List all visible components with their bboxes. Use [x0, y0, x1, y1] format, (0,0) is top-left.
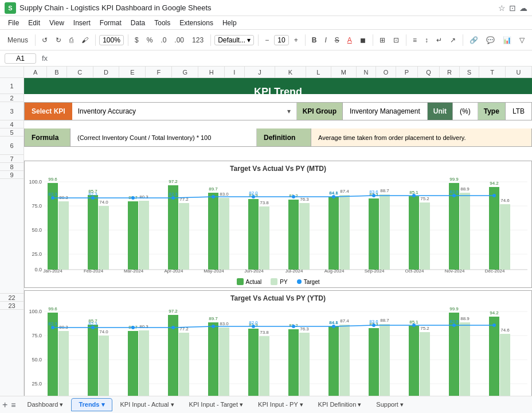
- valign-button[interactable]: ↕: [422, 35, 431, 45]
- wrap-button[interactable]: ↵: [433, 35, 445, 45]
- select-kpi-value[interactable]: Inventory Accuracy ▾: [72, 103, 297, 120]
- col-j[interactable]: J: [245, 67, 276, 77]
- merge-button[interactable]: ⊡: [390, 35, 402, 45]
- col-q[interactable]: Q: [418, 67, 440, 77]
- formula-definition-row: Formula (Correct Inventory Count / Total…: [24, 128, 532, 147]
- svg-text:89.7: 89.7: [209, 316, 218, 321]
- row-7[interactable]: 7: [0, 155, 24, 163]
- sheet-menu-button[interactable]: ≡: [11, 400, 15, 410]
- filter-button[interactable]: ▽: [517, 35, 527, 45]
- rotate-button[interactable]: ↗: [447, 35, 459, 45]
- col-f[interactable]: F: [146, 67, 172, 77]
- svg-text:74.0: 74.0: [99, 329, 108, 334]
- menu-edit[interactable]: Edit: [25, 18, 44, 28]
- add-sheet-button[interactable]: +: [2, 400, 7, 410]
- svg-text:80.3: 80.3: [139, 194, 148, 200]
- col-e[interactable]: E: [119, 67, 146, 77]
- tab-kpi-input-actual[interactable]: KPI Input - Actual ▾: [114, 399, 181, 411]
- font-name-dropdown[interactable]: Default...▾: [214, 35, 254, 45]
- menu-tools[interactable]: Tools: [151, 18, 174, 28]
- col-h[interactable]: H: [198, 67, 225, 77]
- percent-button[interactable]: %: [144, 35, 156, 45]
- undo-button[interactable]: ↺: [39, 35, 50, 45]
- dollar-button[interactable]: $: [132, 35, 142, 45]
- row-4[interactable]: 4: [0, 120, 24, 128]
- col-p[interactable]: P: [396, 67, 418, 77]
- col-o[interactable]: O: [376, 67, 396, 77]
- inc-decimals-button[interactable]: .00: [171, 35, 187, 45]
- menu-help[interactable]: Help: [219, 18, 240, 28]
- tab-kpi-input-target[interactable]: KPI Input - Target ▾: [182, 399, 250, 411]
- svg-text:82.9: 82.9: [449, 319, 459, 324]
- col-s[interactable]: S: [460, 67, 479, 77]
- bold-button[interactable]: B: [309, 35, 320, 45]
- col-g[interactable]: G: [172, 67, 198, 77]
- col-l[interactable]: L: [306, 67, 331, 77]
- font-size-box[interactable]: 10: [274, 35, 288, 45]
- row-1[interactable]: 1: [0, 78, 24, 94]
- zoom-box[interactable]: 100%: [99, 35, 124, 45]
- fx-icon: fx: [42, 54, 48, 63]
- row-22[interactable]: 22: [0, 294, 24, 302]
- tab-kpi-definition[interactable]: KPI Definition ▾: [311, 399, 369, 411]
- menu-file[interactable]: File: [5, 18, 22, 28]
- paint-format-button[interactable]: 🖌: [79, 35, 91, 45]
- dec-decimals-button[interactable]: .0: [158, 35, 169, 45]
- menu-data[interactable]: Data: [127, 18, 148, 28]
- link-button[interactable]: 🔗: [467, 35, 481, 45]
- row-9[interactable]: 9: [0, 171, 24, 179]
- row-5[interactable]: 5: [0, 128, 24, 137]
- folder-icon[interactable]: ⊡: [509, 3, 516, 13]
- svg-text:99.9: 99.9: [449, 177, 459, 182]
- col-n[interactable]: N: [357, 67, 376, 77]
- fill-color-button[interactable]: ◼: [357, 35, 369, 45]
- cell-ref-box[interactable]: A1: [5, 53, 36, 64]
- col-i[interactable]: I: [225, 67, 244, 77]
- format-123-button[interactable]: 123: [189, 35, 206, 45]
- col-m[interactable]: M: [331, 67, 357, 77]
- row-2[interactable]: 2: [0, 94, 24, 102]
- menu-view[interactable]: View: [46, 18, 68, 28]
- chart-button[interactable]: 📊: [500, 35, 514, 45]
- strikethrough-button[interactable]: S: [332, 35, 342, 45]
- kpi-group-value: Inventory Management: [343, 103, 428, 120]
- svg-rect-40: [288, 200, 299, 270]
- italic-button[interactable]: I: [322, 35, 329, 45]
- borders-button[interactable]: ⊞: [377, 35, 388, 45]
- app-icon: S: [5, 2, 16, 14]
- menu-format[interactable]: Format: [96, 18, 125, 28]
- tab-dashboard[interactable]: Dashboard ▾: [21, 399, 71, 411]
- print-button[interactable]: ⎙: [66, 35, 76, 45]
- col-k[interactable]: K: [275, 67, 306, 77]
- font-size-plus[interactable]: +: [291, 35, 301, 45]
- col-c[interactable]: C: [67, 67, 93, 77]
- comment-button[interactable]: 💬: [483, 35, 498, 45]
- text-color-button[interactable]: A: [345, 35, 355, 45]
- menu-extensions[interactable]: Extensions: [176, 18, 217, 28]
- font-size-minus[interactable]: −: [262, 35, 272, 45]
- align-button[interactable]: ≡: [410, 35, 420, 45]
- row-8[interactable]: 8: [0, 163, 24, 171]
- col-a[interactable]: A: [24, 67, 47, 77]
- col-b[interactable]: B: [47, 67, 66, 77]
- menu-insert[interactable]: Insert: [70, 18, 94, 28]
- col-d[interactable]: D: [93, 67, 120, 77]
- tab-support[interactable]: Support ▾: [369, 399, 410, 411]
- redo-button[interactable]: ↻: [53, 35, 64, 45]
- col-u[interactable]: U: [506, 67, 532, 77]
- col-t[interactable]: T: [479, 67, 506, 77]
- star-icon[interactable]: ☆: [498, 3, 506, 13]
- definition-label: Definition: [257, 128, 311, 146]
- row-23[interactable]: 23: [0, 302, 24, 310]
- legend-target-dot: [297, 279, 302, 284]
- row-6[interactable]: 6: [0, 137, 24, 155]
- menus-button[interactable]: Menus: [5, 35, 31, 45]
- row-3[interactable]: 3: [0, 102, 24, 120]
- tab-trends[interactable]: Trends ▾: [71, 398, 112, 411]
- tab-kpi-input-py[interactable]: KPI Input - PY ▾: [251, 399, 310, 411]
- col-r[interactable]: R: [440, 67, 459, 77]
- cloud-icon[interactable]: ☁: [519, 3, 527, 13]
- svg-rect-41: [299, 203, 310, 270]
- svg-point-72: [131, 196, 135, 200]
- svg-point-168: [412, 324, 416, 327]
